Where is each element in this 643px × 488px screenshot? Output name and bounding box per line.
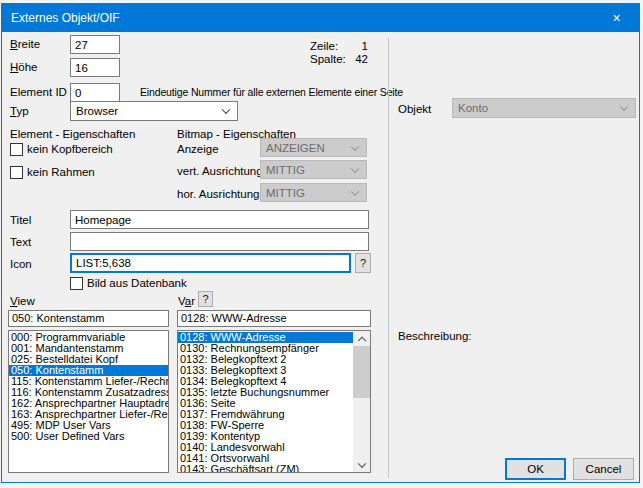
bild-aus-datenbank-label: Bild aus Datenbank (87, 277, 187, 289)
list-item[interactable]: 0135: letzte Buchungsnummer (178, 387, 353, 398)
list-item[interactable]: 162: Ansprechpartner Hauptadresse (9, 398, 168, 409)
view-list[interactable]: 000: Programmvariable001: Mandantenstamm… (8, 330, 169, 473)
text-label: Text (10, 236, 31, 248)
icon-help-button[interactable]: ? (355, 253, 371, 273)
kein-rahmen-label: kein Rahmen (27, 166, 95, 178)
question-mark-icon: ? (360, 257, 366, 269)
list-item[interactable]: 0128: WWW-Adresse (178, 332, 353, 343)
icon-label: Icon (10, 258, 32, 270)
kein-kopfbereich-label: kein Kopfbereich (27, 143, 113, 155)
kein-rahmen-checkbox[interactable] (10, 166, 23, 179)
text-input[interactable] (70, 232, 369, 251)
list-item[interactable]: 0141: Ortsvorwahl (178, 453, 353, 464)
bild-aus-datenbank-checkbox[interactable] (70, 277, 83, 290)
var-help-button[interactable]: ? (198, 291, 213, 307)
list-item[interactable]: 116: Kontenstamm Zusatzadresse (9, 387, 168, 398)
element-id-hint: Eindeutige Nummer für alle externen Elem… (140, 86, 403, 98)
view-label: View (10, 295, 35, 307)
var-combo-input[interactable]: 0128: WWW-Adresse (177, 310, 371, 327)
scroll-up-button[interactable] (353, 331, 370, 346)
hor-ausrichtung-select-value: MITTIG (266, 187, 305, 199)
cancel-button-label: Cancel (586, 463, 622, 475)
chevron-down-icon (351, 142, 359, 150)
chevron-down-icon (351, 187, 359, 195)
ok-button[interactable]: OK (505, 458, 566, 480)
kein-kopfbereich-checkbox[interactable] (10, 143, 23, 156)
hor-ausrichtung-label: hor. Ausrichtung (177, 188, 259, 200)
list-item[interactable]: 001: Mandantenstamm (9, 343, 168, 354)
var-list-scrollbar[interactable] (353, 331, 370, 472)
list-item[interactable]: 0138: FW-Sperre (178, 420, 353, 431)
zeile-value: 1 (328, 40, 368, 52)
view-combo-input[interactable]: 050: Kontenstamm (8, 310, 169, 327)
list-item[interactable]: 0132: Belegkopftext 2 (178, 354, 353, 365)
list-item[interactable]: 0136: Seite (178, 398, 353, 409)
list-item[interactable]: 500: User Defined Vars (9, 431, 168, 442)
view-list-items: 000: Programmvariable001: Mandantenstamm… (9, 331, 168, 472)
close-button[interactable]: × (594, 4, 639, 32)
list-item[interactable]: 0133: Belegkopftext 3 (178, 365, 353, 376)
titel-label: Titel (10, 214, 31, 226)
hor-ausrichtung-select: MITTIG (260, 183, 367, 202)
var-combo-value: 0128: WWW-Adresse (181, 312, 287, 324)
close-icon: × (612, 10, 620, 26)
typ-select-value: Browser (76, 105, 118, 117)
list-item[interactable]: 495: MDP User Vars (9, 420, 168, 431)
list-item[interactable]: 0130: Rechnungsempfänger (178, 343, 353, 354)
chevron-down-icon (351, 164, 359, 172)
var-list-items: 0128: WWW-Adresse0130: Rechnungsempfänge… (178, 331, 353, 472)
view-combo-value: 050: Kontenstamm (12, 312, 104, 324)
list-item[interactable]: 0134: Belegkopftext 4 (178, 376, 353, 387)
typ-select[interactable]: Browser (70, 101, 238, 121)
list-item[interactable]: 0139: Kontentyp (178, 431, 353, 442)
titlebar[interactable]: Externes Objekt/OIF × (2, 4, 639, 32)
vert-ausrichtung-label: vert. Ausrichtung (177, 165, 263, 177)
list-item[interactable]: 115: Kontenstamm Liefer-/Rechn.adr (9, 376, 168, 387)
chevron-down-icon (620, 103, 628, 111)
breite-label: Breite (10, 38, 40, 50)
list-item[interactable]: 0137: Fremdwährung (178, 409, 353, 420)
question-mark-icon: ? (202, 293, 208, 305)
list-item[interactable]: 0143: Geschäftsart (ZM) (178, 464, 353, 473)
list-item[interactable]: 025: Bestelldatei Kopf (9, 354, 168, 365)
element-id-label: Element ID (10, 86, 67, 98)
vert-ausrichtung-select: MITTIG (260, 160, 367, 179)
var-list[interactable]: 0128: WWW-Adresse0130: Rechnungsempfänge… (177, 330, 371, 473)
chevron-down-icon (222, 106, 230, 114)
titel-input[interactable] (70, 210, 369, 229)
anzeige-label: Anzeige (177, 143, 219, 155)
window-title: Externes Objekt/OIF (11, 4, 120, 32)
objekt-label: Objekt (398, 103, 431, 115)
scrollbar-thumb[interactable] (353, 346, 370, 398)
list-item[interactable]: 0140: Landesvorwahl (178, 442, 353, 453)
spalte-value: 42 (328, 53, 368, 65)
list-item[interactable]: 163: Ansprechpartner Liefer-/Rechn. (9, 409, 168, 420)
typ-label: Typ (10, 105, 29, 117)
beschreibung-label: Beschreibung: (398, 330, 472, 342)
scroll-down-button[interactable] (353, 457, 370, 472)
list-item[interactable]: 050: Kontenstamm (9, 365, 168, 376)
vert-ausrichtung-select-value: MITTIG (266, 164, 305, 176)
objekt-select: Konto (452, 98, 636, 118)
panel-divider (388, 38, 389, 478)
icon-input[interactable] (70, 253, 351, 273)
objekt-select-value: Konto (458, 102, 488, 114)
breite-input[interactable] (70, 35, 120, 54)
chevron-up-icon (358, 336, 366, 344)
dialog-externes-objekt: Externes Objekt/OIF × Breite Höhe Elemen… (1, 3, 640, 483)
cancel-button[interactable]: Cancel (573, 458, 634, 480)
hoehe-input[interactable] (70, 58, 120, 77)
element-props-title: Element - Eigenschaften (10, 128, 135, 140)
anzeige-select: ANZEIGEN (260, 138, 367, 157)
chevron-down-icon (358, 459, 366, 467)
list-item[interactable]: 000: Programmvariable (9, 332, 168, 343)
hoehe-label: Höhe (10, 61, 38, 73)
ok-button-label: OK (527, 463, 544, 475)
element-id-input[interactable] (70, 83, 120, 102)
var-label: Var (178, 295, 195, 307)
anzeige-select-value: ANZEIGEN (266, 142, 325, 154)
